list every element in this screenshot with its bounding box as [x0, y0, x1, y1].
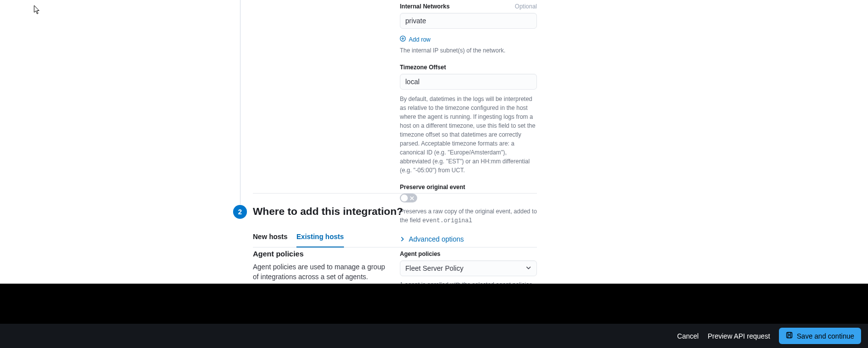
- internal-networks-label: Internal Networks: [400, 3, 450, 10]
- x-icon: [408, 195, 415, 201]
- chevron-down-icon: [526, 264, 531, 272]
- agent-policies-select[interactable]: Fleet Server Policy: [400, 260, 537, 276]
- agent-policies-heading: Agent policies: [253, 249, 386, 258]
- timezone-help: By default, datetimes in the logs will b…: [400, 95, 537, 175]
- tab-existing-hosts[interactable]: Existing hosts: [296, 230, 344, 248]
- section-divider: [253, 193, 537, 194]
- footer-spacer: [0, 284, 868, 324]
- agent-policies-selected: Fleet Server Policy: [405, 264, 463, 272]
- cancel-button[interactable]: Cancel: [677, 332, 699, 340]
- step-2-title: Where to add this integration?: [253, 205, 403, 217]
- step-2-badge: 2: [233, 205, 247, 219]
- add-row-button[interactable]: Add row: [400, 36, 537, 43]
- save-icon: [786, 332, 793, 340]
- timezone-label: Timezone Offset: [400, 64, 537, 71]
- step-connector-line: [240, 0, 241, 204]
- internal-networks-input[interactable]: [400, 13, 537, 29]
- svg-rect-3: [788, 336, 791, 338]
- optional-tag: Optional: [515, 3, 537, 10]
- add-row-label: Add row: [409, 36, 431, 43]
- svg-rect-2: [788, 333, 791, 335]
- hosts-tabs: New hosts Existing hosts: [253, 230, 537, 248]
- agent-policies-desc: Agent policies are used to manage a grou…: [253, 262, 386, 282]
- agent-policies-label: Agent policies: [400, 250, 537, 257]
- preserve-original-toggle[interactable]: [400, 194, 417, 202]
- agent-policies-status: 1 agent is enrolled with the selected ag…: [400, 280, 537, 284]
- svg-rect-1: [787, 333, 792, 338]
- save-button-label: Save and continue: [797, 332, 854, 340]
- internal-networks-help: The internal IP subnet(s) of the network…: [400, 46, 537, 55]
- timezone-input[interactable]: [400, 74, 537, 90]
- preserve-original-help: Preserves a raw copy of the original eve…: [400, 207, 537, 225]
- tab-new-hosts[interactable]: New hosts: [253, 230, 288, 247]
- preview-api-request-button[interactable]: Preview API request: [708, 332, 770, 340]
- preserve-original-label: Preserve original event: [400, 184, 537, 191]
- save-and-continue-button[interactable]: Save and continue: [779, 328, 861, 344]
- plus-circle-icon: [400, 36, 406, 43]
